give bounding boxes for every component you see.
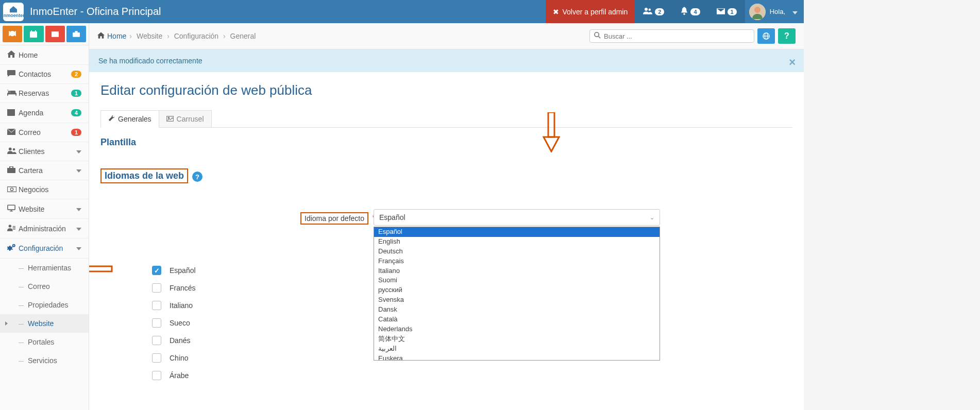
sidebar-item-label: Reservas xyxy=(19,89,71,97)
back-to-admin-button[interactable]: ✖ Volver a perfil admin xyxy=(546,0,635,23)
checkbox-icon[interactable] xyxy=(152,318,161,328)
sidebar-item-contactos[interactable]: Contactos2 xyxy=(0,65,89,84)
svg-point-15 xyxy=(9,147,12,150)
checkbox-icon[interactable] xyxy=(152,336,161,345)
svg-rect-6 xyxy=(31,30,32,32)
lang-checkbox-chino[interactable]: Chino xyxy=(152,349,281,367)
svg-rect-21 xyxy=(8,205,15,210)
checkbox-icon[interactable] xyxy=(152,353,161,363)
dash-icon: — xyxy=(19,358,24,364)
dropdown-option[interactable]: English xyxy=(374,237,660,247)
svg-point-1 xyxy=(649,9,651,11)
sidebar-sub-propiedades[interactable]: —Propiedades xyxy=(0,296,89,314)
sidebar-item-administracion[interactable]: Administración xyxy=(0,219,89,238)
top-notifications-button[interactable]: 4 xyxy=(672,0,708,23)
logo[interactable]: inmoenter xyxy=(3,3,24,21)
svg-point-2 xyxy=(684,13,686,15)
sidebar-item-label: Home xyxy=(19,51,81,59)
users-icon xyxy=(7,147,19,156)
sidebar-sub-servicios[interactable]: —Servicios xyxy=(0,351,89,370)
sidebar-sub-herramientas[interactable]: —Herramientas xyxy=(0,259,89,277)
checkbox-icon[interactable] xyxy=(152,266,161,275)
lang-checkbox-sueco[interactable]: Sueco xyxy=(152,314,281,332)
sidebar-item-negocios[interactable]: Negocios xyxy=(0,180,89,199)
checkbox-icon[interactable] xyxy=(152,371,161,380)
checkbox-label: Italiano xyxy=(170,301,193,310)
users-icon xyxy=(643,7,652,16)
dropdown-option[interactable]: Català xyxy=(374,315,660,324)
home-icon xyxy=(97,32,105,40)
sidebar-item-website[interactable]: Website xyxy=(0,199,89,219)
svg-rect-9 xyxy=(75,31,77,32)
svg-point-4 xyxy=(754,7,761,13)
svg-rect-19 xyxy=(7,187,16,192)
user-menu-caret[interactable] xyxy=(792,8,798,16)
sidebar-item-correo[interactable]: Correo1 xyxy=(0,123,89,142)
help-question-button[interactable]: ? xyxy=(778,28,796,44)
breadcrumb-home[interactable]: Home xyxy=(97,32,126,40)
lang-checkbox-árabe[interactable]: Árabe xyxy=(152,367,415,384)
dropdown-option[interactable]: Français xyxy=(374,257,660,266)
page-title: Editar configuración de web pública xyxy=(100,82,792,98)
comment-icon xyxy=(7,70,19,78)
dropdown-idiomas[interactable]: EspañolEnglishDeutschFrançaisItalianoSuo… xyxy=(374,227,660,361)
sidebar-sub-portales[interactable]: —Portales xyxy=(0,333,89,351)
search-input-wrap[interactable] xyxy=(589,29,754,43)
svg-point-31 xyxy=(595,32,599,37)
quick-mail-button[interactable] xyxy=(45,26,65,42)
sidebar-item-home[interactable]: Home xyxy=(0,45,89,65)
dropdown-option[interactable]: 简体中文 xyxy=(374,334,660,344)
tab-generales[interactable]: Generales xyxy=(100,110,159,128)
sidebar-sub-label: Herramientas xyxy=(28,264,71,272)
breadcrumb-item[interactable]: Configuración xyxy=(172,32,221,40)
sidebar-sub-website[interactable]: —Website xyxy=(0,314,89,333)
dropdown-option[interactable]: Suomi xyxy=(374,276,660,285)
help-globe-button[interactable] xyxy=(757,28,775,44)
dropdown-option[interactable]: Nederlands xyxy=(374,324,660,334)
quick-button-1[interactable] xyxy=(3,26,22,42)
sidebar-item-cartera[interactable]: Cartera xyxy=(0,161,89,180)
help-icon[interactable]: ? xyxy=(192,172,202,182)
checkbox-icon[interactable] xyxy=(152,301,161,310)
breadcrumb-item[interactable]: Website xyxy=(134,32,164,40)
search-icon xyxy=(594,32,601,40)
dropdown-option[interactable]: Deutsch xyxy=(374,247,660,257)
sidebar-item-configuracion[interactable]: Configuración xyxy=(0,238,89,259)
search-input[interactable] xyxy=(604,32,750,40)
sidebar-item-label: Contactos xyxy=(19,70,71,78)
svg-rect-5 xyxy=(30,31,37,38)
dropdown-option[interactable]: Euskera xyxy=(374,354,660,361)
dropdown-option[interactable]: العربية xyxy=(374,344,660,354)
quick-calendar-button[interactable] xyxy=(24,26,43,42)
sidebar-item-reservas[interactable]: Reservas1 xyxy=(0,84,89,103)
sidebar-item-agenda[interactable]: Agenda4 xyxy=(0,103,89,123)
briefcase-icon xyxy=(7,166,19,175)
cogs-icon xyxy=(7,244,19,253)
breadcrumb-item[interactable]: General xyxy=(228,32,256,40)
svg-point-20 xyxy=(10,188,13,191)
dropdown-option[interactable]: Svenska xyxy=(374,295,660,305)
chevron-down-icon xyxy=(76,245,81,252)
users-badge: 2 xyxy=(655,8,664,15)
sidebar-sub-correo[interactable]: —Correo xyxy=(0,277,89,296)
sidebar-item-clientes[interactable]: Clientes xyxy=(0,142,89,161)
app-title: InmoEnter - Oficina Principal xyxy=(30,6,161,18)
dropdown-option[interactable]: Español xyxy=(374,227,660,237)
dropdown-option[interactable]: Dansk xyxy=(374,305,660,315)
sidebar-item-label: Clientes xyxy=(19,147,76,156)
dropdown-option[interactable]: русский xyxy=(374,285,660,295)
checkbox-icon[interactable] xyxy=(152,283,161,293)
top-mail-button[interactable]: 1 xyxy=(708,0,745,23)
sidebar-item-label: Correo xyxy=(19,128,71,136)
breadcrumb-separator: › xyxy=(167,32,170,40)
sidebar-sub-label: Correo xyxy=(28,282,50,291)
user-avatar[interactable] xyxy=(749,4,766,20)
quick-briefcase-button[interactable] xyxy=(66,26,86,42)
lang-checkbox-francés[interactable]: Francés xyxy=(152,279,281,297)
top-users-button[interactable]: 2 xyxy=(635,0,672,23)
dropdown-option[interactable]: Italiano xyxy=(374,266,660,276)
mail-icon xyxy=(7,128,19,136)
flash-close-button[interactable]: × xyxy=(789,56,796,69)
select-idioma-defecto[interactable]: Español ⌄ xyxy=(374,209,660,226)
tab-carrusel[interactable]: Carrusel xyxy=(159,110,212,128)
